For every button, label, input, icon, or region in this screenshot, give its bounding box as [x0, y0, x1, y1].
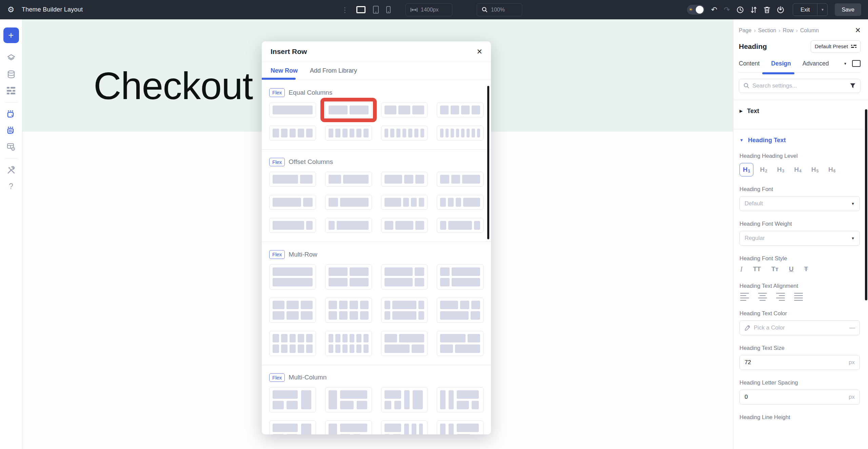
default-preset-button[interactable]: Default Preset [811, 40, 861, 53]
panel-scrollbar[interactable] [865, 109, 867, 300]
heading-text-size-input[interactable]: 72 px [739, 355, 860, 370]
row-layout-thumbnail[interactable] [381, 298, 428, 323]
row-layout-thumbnail[interactable] [325, 420, 372, 434]
tablet-view-icon[interactable] [373, 6, 379, 14]
row-layout-thumbnail[interactable] [269, 420, 316, 434]
modal-close-icon[interactable]: × [477, 47, 482, 56]
page-settings-icon[interactable] [3, 139, 19, 154]
row-layout-thumbnail[interactable] [269, 172, 316, 187]
row-layout-thumbnail[interactable] [325, 264, 372, 289]
heading-level-h3-button[interactable]: H3 [774, 163, 788, 176]
heading-text-color-picker[interactable]: Pick a Color — [739, 320, 860, 335]
row-layout-thumbnail[interactable] [381, 218, 428, 233]
heading-font-weight-select[interactable]: Regular ▼ [739, 231, 860, 246]
modal-tab-add-from-library[interactable]: Add From Library [310, 67, 357, 74]
row-layout-thumbnail[interactable] [437, 331, 484, 356]
group-heading-text[interactable]: ▼ Heading Text [739, 129, 861, 151]
phone-view-icon[interactable] [386, 6, 391, 13]
row-layout-thumbnail[interactable] [437, 102, 484, 117]
row-layout-thumbnail[interactable] [269, 298, 316, 323]
insert-row-icon[interactable] [3, 123, 19, 138]
row-layout-thumbnail[interactable] [269, 102, 316, 117]
row-layout-thumbnail[interactable] [269, 387, 316, 412]
heading-letter-spacing-input[interactable]: 0 px [739, 390, 860, 405]
sort-arrows-icon[interactable] [750, 6, 757, 14]
settings-gear-icon[interactable]: ⚙ [0, 5, 22, 14]
row-layout-thumbnail[interactable] [437, 195, 484, 210]
capitalize-icon[interactable]: Tᴛ [771, 265, 778, 273]
row-layout-thumbnail[interactable] [437, 420, 484, 434]
row-layout-thumbnail[interactable] [269, 331, 316, 356]
uppercase-icon[interactable]: TT [753, 265, 761, 273]
row-layout-thumbnail[interactable] [325, 387, 372, 412]
row-layout-thumbnail-selected[interactable] [325, 102, 372, 117]
portability-icon[interactable] [777, 6, 784, 14]
preview-frame-icon[interactable] [852, 60, 861, 67]
row-layout-thumbnail[interactable] [437, 264, 484, 289]
row-layout-thumbnail[interactable] [325, 331, 372, 356]
tabs-dropdown-icon[interactable]: ▼ [844, 62, 847, 66]
row-layout-thumbnail[interactable] [381, 264, 428, 289]
exit-button[interactable]: Exit [793, 4, 817, 16]
breadcrumb-item-column[interactable]: Column [800, 27, 819, 34]
row-layout-thumbnail[interactable] [381, 172, 428, 187]
breadcrumb-item-row[interactable]: Row [783, 27, 793, 34]
row-layout-thumbnail[interactable] [437, 172, 484, 187]
history-clock-icon[interactable] [736, 6, 744, 14]
row-layout-thumbnail[interactable] [437, 387, 484, 412]
row-layout-thumbnail[interactable] [437, 126, 484, 141]
row-layout-thumbnail[interactable] [381, 195, 428, 210]
row-layout-thumbnail[interactable] [325, 195, 372, 210]
row-layout-thumbnail[interactable] [269, 218, 316, 233]
trash-icon[interactable] [764, 6, 770, 14]
align-left-icon[interactable] [740, 293, 749, 301]
help-icon[interactable]: ? [3, 179, 19, 194]
undo-icon[interactable]: ↶ [711, 6, 717, 14]
save-button[interactable]: Save [835, 3, 861, 16]
tab-content[interactable]: Content [739, 60, 760, 67]
tab-design[interactable]: Design [771, 60, 791, 67]
heading-font-select[interactable]: Default ▼ [739, 196, 860, 211]
heading-level-h4-button[interactable]: H4 [791, 163, 805, 176]
row-layout-thumbnail[interactable] [381, 387, 428, 412]
add-module-button[interactable]: + [3, 27, 19, 43]
breadcrumb-item-section[interactable]: Section [758, 27, 776, 34]
align-center-icon[interactable] [758, 293, 767, 301]
desktop-view-icon[interactable] [356, 6, 366, 13]
modal-tab-new-row[interactable]: New Row [271, 67, 298, 74]
heading-level-h5-button[interactable]: H5 [808, 163, 822, 176]
light-mode-toggle[interactable]: ☀ [687, 5, 705, 15]
search-settings-input[interactable]: Search settings... [739, 79, 861, 93]
row-layout-thumbnail[interactable] [437, 218, 484, 233]
modal-scrollbar[interactable] [487, 86, 489, 239]
heading-level-h6-button[interactable]: H6 [825, 163, 839, 176]
filter-funnel-icon[interactable] [850, 83, 856, 89]
redo-icon[interactable]: ↷ [724, 6, 730, 14]
italic-icon[interactable]: I [740, 265, 743, 273]
canvas-width-control[interactable]: 1400px [406, 3, 452, 16]
row-layout-thumbnail[interactable] [325, 218, 372, 233]
exit-dropdown-icon[interactable]: ▼ [817, 4, 827, 16]
row-layout-thumbnail[interactable] [325, 126, 372, 141]
strikethrough-icon[interactable]: T [804, 265, 808, 273]
align-justify-icon[interactable] [794, 293, 803, 301]
row-layout-thumbnail[interactable] [381, 420, 428, 434]
list-rows-icon[interactable] [3, 83, 19, 98]
align-right-icon[interactable] [776, 293, 785, 301]
underline-icon[interactable]: U [789, 265, 794, 273]
breadcrumb-item-page[interactable]: Page [739, 27, 751, 34]
row-layout-thumbnail[interactable] [381, 102, 428, 117]
row-layout-thumbnail[interactable] [381, 126, 428, 141]
panel-close-icon[interactable]: × [855, 27, 861, 34]
dynamic-content-icon[interactable] [3, 67, 19, 82]
group-text[interactable]: ▶ Text [739, 100, 861, 122]
heading-level-h2-button[interactable]: H2 [756, 163, 770, 176]
heading-module[interactable]: Checkout [94, 67, 253, 105]
tab-advanced[interactable]: Advanced [803, 60, 829, 67]
heading-level-h1-button[interactable]: H1 [739, 163, 753, 176]
layers-icon[interactable] [3, 51, 19, 66]
tools-icon[interactable] [3, 163, 19, 177]
zoom-control[interactable]: 100% [477, 3, 522, 16]
row-layout-thumbnail[interactable] [381, 331, 428, 356]
more-options-icon[interactable]: ⋮ [341, 6, 349, 13]
